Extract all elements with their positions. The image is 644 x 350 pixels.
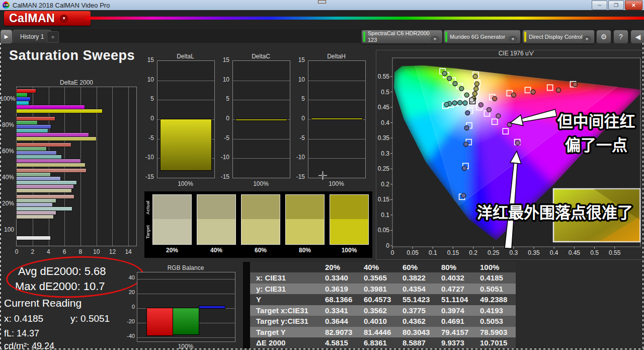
bar bbox=[17, 129, 48, 132]
minimize-button[interactable]: ─ bbox=[592, 1, 607, 10]
cell: 0.4362 bbox=[399, 316, 438, 327]
x-tick-label: 0.05 bbox=[407, 249, 419, 256]
table-row: Target x:CIE310.33410.35620.37750.39740.… bbox=[243, 305, 516, 316]
y-tick-label: -40 bbox=[122, 333, 135, 339]
row-label: Target x:CIE31 bbox=[250, 305, 322, 316]
source-button[interactable]: Murideo 6G Generator ▼ bbox=[443, 30, 521, 44]
y-tick-label: -5 bbox=[216, 134, 229, 142]
target-row-label: Target bbox=[145, 220, 151, 245]
help-button[interactable]: ? bbox=[613, 30, 628, 44]
y-tick-label: 0.4 bbox=[381, 119, 389, 126]
cie-title: CIE 1976 u'v' bbox=[499, 50, 534, 57]
y-tick-label: 0 bbox=[141, 115, 154, 122]
gridline bbox=[233, 81, 290, 81]
bar bbox=[17, 109, 102, 113]
add-tab-button[interactable]: + bbox=[47, 31, 59, 43]
y-tick-label: 5 bbox=[292, 95, 305, 102]
x-tick-label: 0 bbox=[391, 249, 394, 256]
selection-dash-left bbox=[0, 43, 1, 350]
bar bbox=[17, 155, 61, 159]
rgb-title: RGB Balance bbox=[142, 264, 229, 271]
row-label: Target y:CIE31 bbox=[250, 316, 322, 327]
measured-dot-blue bbox=[462, 166, 466, 171]
cell: 8.5887 bbox=[399, 337, 438, 348]
cell: 0.5053 bbox=[477, 316, 516, 327]
bar bbox=[17, 189, 71, 192]
current-reading-title: Current Reading bbox=[4, 297, 82, 309]
bar bbox=[17, 195, 74, 198]
group-label: 100 bbox=[0, 226, 14, 233]
row-strip bbox=[243, 294, 250, 305]
gridline bbox=[157, 81, 214, 81]
measured-dot-red bbox=[511, 93, 516, 97]
group-label: 100% bbox=[0, 95, 14, 102]
rgb-plot bbox=[137, 272, 235, 342]
swatch bbox=[153, 195, 191, 244]
bar bbox=[173, 308, 199, 334]
capture-mark bbox=[318, 0, 326, 4]
y-tick-label: 0.2 bbox=[381, 181, 389, 188]
calman-logo-button[interactable]: CalMAN ▼ bbox=[4, 11, 91, 26]
x-axis-label: 100% bbox=[232, 180, 289, 187]
tab-history-1[interactable]: History 1 bbox=[13, 30, 51, 43]
y-tick-label: 0 bbox=[216, 115, 229, 122]
collapse-button[interactable]: ◀ bbox=[630, 30, 644, 44]
table-row: x: CIE310.33400.35650.38220.40320.4185 bbox=[243, 272, 516, 284]
deltae-title: DeltaE 2000 bbox=[31, 79, 122, 86]
measured-dot-magenta bbox=[478, 103, 483, 107]
reading-fl: fL: 14.37 bbox=[4, 328, 39, 339]
y-tick-label: -20 bbox=[122, 318, 135, 324]
chevron-down-icon: ▼ bbox=[509, 36, 517, 42]
bar bbox=[160, 119, 211, 170]
bar bbox=[17, 93, 27, 97]
meter-status-indicator bbox=[363, 32, 365, 42]
measured-dot-red bbox=[531, 90, 535, 94]
cell: 0.4727 bbox=[438, 284, 477, 295]
y-tick-label: -10 bbox=[141, 154, 154, 161]
swatch-actual bbox=[330, 195, 368, 219]
cell: 6.8361 bbox=[361, 337, 399, 348]
gridline bbox=[137, 337, 235, 338]
bar bbox=[17, 203, 52, 206]
x-axis-label: 100% bbox=[308, 180, 365, 187]
meter-button[interactable]: SpectraCal C6 HDR2000123 ▼ bbox=[361, 30, 443, 44]
swatch-target bbox=[330, 219, 368, 244]
gridline bbox=[308, 158, 365, 159]
chevron-down-icon: ▼ bbox=[431, 36, 439, 42]
cell: 0.4691 bbox=[438, 316, 477, 327]
reading-y: y: 0.5051 bbox=[70, 313, 110, 324]
swatch bbox=[286, 195, 324, 244]
cell: 0.3822 bbox=[399, 272, 438, 284]
cell: 79.4157 bbox=[438, 327, 477, 338]
mini-title: DeltaH bbox=[308, 53, 365, 60]
bar bbox=[17, 125, 51, 128]
y-tick-label: 0.45 bbox=[378, 104, 390, 111]
swatch-label: 100% bbox=[327, 247, 371, 254]
measured-dot-yellow bbox=[474, 82, 479, 86]
display-control-button[interactable]: Direct Display Control ▼ bbox=[522, 30, 595, 44]
cell: 100% bbox=[477, 262, 516, 272]
y-tick-label: 0.25 bbox=[378, 165, 390, 172]
row-label: Target Y bbox=[250, 327, 322, 338]
meter-sublabel: 123 bbox=[368, 37, 430, 43]
cell: 55.1423 bbox=[399, 294, 438, 305]
nav-arrow-button[interactable]: ▶ bbox=[1, 30, 12, 43]
cell: 80.3043 bbox=[399, 327, 438, 338]
y-tick-label: 20 bbox=[122, 289, 135, 295]
settings-button[interactable]: ⚙ bbox=[596, 30, 611, 44]
row-strip bbox=[243, 305, 250, 316]
cell: 49.2388 bbox=[477, 294, 516, 305]
table-row: Target y:CIE310.36440.40100.43620.46910.… bbox=[243, 316, 516, 327]
measured-dot-blue bbox=[461, 193, 466, 198]
swatch-actual bbox=[197, 195, 235, 219]
measured-dot-blue bbox=[465, 111, 470, 115]
group-label: 40% bbox=[0, 174, 14, 181]
bar bbox=[17, 101, 29, 105]
rect bbox=[322, 175, 324, 176]
close-button[interactable]: ✕ bbox=[625, 1, 642, 10]
restore-button[interactable]: ❐ bbox=[608, 1, 624, 10]
measured-dot-green bbox=[447, 76, 452, 81]
x-tick-label: 12 bbox=[107, 248, 117, 255]
gridline bbox=[308, 100, 365, 100]
cursor-crosshair bbox=[318, 171, 327, 180]
